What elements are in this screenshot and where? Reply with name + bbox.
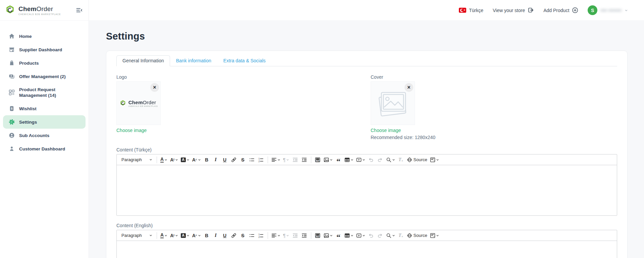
remove-format-button[interactable]: T× [396,231,406,240]
font-size-button[interactable]: AI [169,231,179,240]
outdent-button[interactable] [291,155,300,164]
remove-format-button[interactable]: T× [396,155,406,164]
sidebar-item-wishlist[interactable]: $ Wishlist [3,102,86,115]
turkish-flag-icon: ★ [459,8,466,13]
tab-general-information[interactable]: General Information [116,55,170,66]
language-switcher[interactable]: ★ Türkçe [459,8,483,13]
insert-image-button[interactable] [322,155,334,164]
font-background-color-button[interactable]: A [179,231,191,240]
indent-button[interactable] [300,231,309,240]
show-blocks-button[interactable]: <> [429,231,440,240]
wishlist-icon: $ [9,106,15,112]
source-label: Source [414,233,427,238]
insert-media-button[interactable] [355,155,367,164]
block-quote-button[interactable]: “ [334,155,343,164]
sidebar-item-supplier-dashboard[interactable]: Supplier Dashboard [3,43,86,56]
font-family-button[interactable]: A≡ [191,231,202,240]
person-circle-icon [9,132,15,138]
brand-name: ChemOrder [18,5,61,13]
brand-tagline: Chemicals B2B Marketplace [18,13,61,15]
sidebar: ChemOrder Chemicals B2B Marketplace Home… [0,0,89,258]
italic-button[interactable]: I [211,155,220,164]
sidebar-item-label: Sub Accounts [19,133,49,138]
tab-bank-information[interactable]: Bank information [170,55,217,66]
find-and-replace-button[interactable] [385,155,396,164]
sidebar-item-products[interactable]: Products [3,56,86,70]
rich-text-editor: ParagraphAAIAA≡BIUS12¶HTML“T×Source<> [116,230,617,258]
remove-logo-button[interactable]: × [150,83,159,92]
sidebar-item-offer-management[interactable]: Offer Management (2) [3,70,86,83]
toolbar-separator [311,156,311,163]
undo-button[interactable] [367,231,376,240]
paragraph-style-dropdown[interactable]: Paragraph [118,231,155,240]
bold-button[interactable]: B [202,155,211,164]
text-direction-button[interactable]: ¶ [282,231,291,240]
find-and-replace-button[interactable] [385,231,396,240]
italic-button[interactable]: I [211,231,220,240]
quote-icon: “ [336,158,340,162]
show-blocks-icon: <> [430,157,435,163]
bulleted-list-button[interactable] [248,231,257,240]
font-size-icon: AI [170,233,174,238]
indent-button[interactable] [300,155,309,164]
undo-button[interactable] [367,155,376,164]
font-family-button[interactable]: A≡ [191,155,202,164]
editor-body[interactable] [117,165,617,215]
block-quote-button[interactable]: “ [334,231,343,240]
link-button[interactable] [229,155,238,164]
alignment-button[interactable] [270,155,282,164]
outdent-button[interactable] [291,231,300,240]
top-header: ★ Türkçe View your store Add Product S •… [89,0,644,21]
font-color-button[interactable]: A [159,231,169,240]
underline-button[interactable]: U [220,231,229,240]
bulleted-list-button[interactable] [248,155,257,164]
choose-cover-image-link[interactable]: Choose image [371,128,401,133]
sidebar-item-settings[interactable]: Settings [3,115,86,129]
bold-icon: B [205,233,208,238]
view-your-store-button[interactable]: View your store [493,7,534,13]
strikethrough-button[interactable]: S [238,155,248,164]
brand-logo[interactable]: ChemOrder Chemicals B2B Marketplace [5,5,61,16]
source-button[interactable]: Source [406,231,429,240]
font-color-button[interactable]: A [159,155,169,164]
chemorder-logo-icon [5,5,16,16]
insert-table-button[interactable] [343,155,355,164]
redo-button[interactable] [376,231,385,240]
numbered-list-button[interactable]: 12 [257,231,266,240]
insert-image-button[interactable] [322,231,334,240]
remove-cover-button[interactable]: × [405,83,413,92]
pilcrow-icon: ¶ [283,233,286,238]
insert-table-button[interactable] [343,231,355,240]
html-embed-button[interactable]: HTML [313,155,322,164]
font-size-button[interactable]: AI [169,155,179,164]
choose-logo-image-link[interactable]: Choose image [116,128,147,133]
html-embed-button[interactable]: HTML [313,231,322,240]
alignment-button[interactable] [270,231,282,240]
user-menu[interactable]: S •••• •••••••• [588,5,628,15]
sidebar-item-sub-accounts[interactable]: Sub Accounts [3,129,86,142]
link-button[interactable] [229,231,238,240]
editor-body[interactable] [117,241,617,258]
underline-button[interactable]: U [220,155,229,164]
source-button[interactable]: Source [406,155,429,164]
sidebar-item-customer-dashboard[interactable]: Customer Dashboard [3,142,86,155]
font-size-icon: AI [170,157,174,162]
sidebar-item-product-request-management[interactable]: Product Request Management (14) [3,83,86,102]
underline-icon: U [223,233,226,238]
insert-media-button[interactable] [355,231,367,240]
strikethrough-button[interactable]: S [238,231,248,240]
tab-extra-data-socials[interactable]: Extra data & Socials [217,55,272,66]
bold-button[interactable]: B [202,231,211,240]
image-icon [324,157,329,163]
paragraph-style-dropdown[interactable]: Paragraph [118,155,155,164]
numbered-list-button[interactable]: 12 [257,155,266,164]
text-direction-button[interactable]: ¶ [282,155,291,164]
sidebar-collapse-icon[interactable] [76,8,83,13]
font-background-color-button[interactable]: A [179,155,191,164]
link-icon [231,157,236,163]
show-blocks-button[interactable]: <> [429,155,440,164]
sidebar-item-home[interactable]: Home [3,29,86,43]
add-product-button[interactable]: Add Product [543,7,578,13]
redo-button[interactable] [376,155,385,164]
settings-card: General InformationBank informationExtra… [106,51,628,258]
